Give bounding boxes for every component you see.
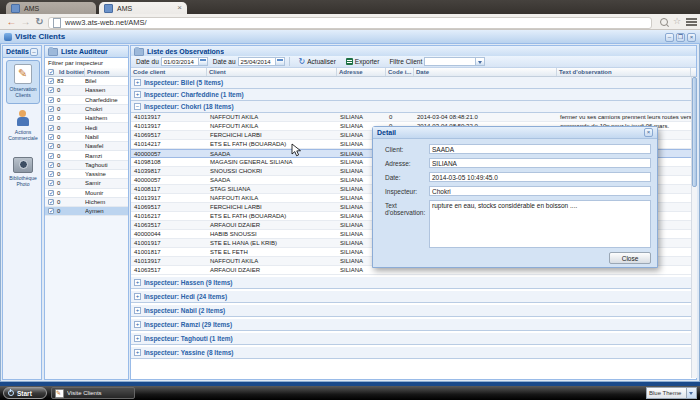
back-button[interactable]: ← <box>5 15 18 28</box>
date-to-field[interactable]: 25/04/2014 <box>238 57 276 66</box>
checkbox-icon[interactable]: ✓ <box>48 97 54 103</box>
group-header-row[interactable]: +Inspecteur: Charfeddine (1 Item) <box>131 89 691 101</box>
checkbox-icon[interactable]: ✓ <box>48 134 54 140</box>
auditor-row[interactable]: ✓0Nabil <box>45 133 128 142</box>
refresh-data-button[interactable]: ↻ Actualiser <box>296 57 339 67</box>
date-field[interactable]: 2014-03-05 10:49:45.0 <box>429 172 651 182</box>
group-header-row[interactable]: +Inspecteur: Nabil (2 Items) <box>131 305 691 317</box>
client-filter-combo[interactable] <box>424 57 476 66</box>
calendar-icon[interactable] <box>199 57 208 66</box>
dialog-titlebar[interactable]: Detail × <box>373 127 657 139</box>
group-header-row[interactable]: +Inspecteur: Hassen (9 Items) <box>131 277 691 289</box>
window-minimize-button[interactable]: – <box>665 33 674 42</box>
search-icon[interactable] <box>660 18 668 26</box>
column-header[interactable]: Client <box>207 68 337 76</box>
collapse-panel-button[interactable]: – <box>30 48 38 56</box>
column-header[interactable]: Date <box>414 68 557 76</box>
group-header-row[interactable]: +Inspecteur: Ramzi (29 Items) <box>131 319 691 331</box>
checkbox-icon[interactable]: ✓ <box>48 125 54 131</box>
auditor-row[interactable]: ✓83Bilel <box>45 77 128 86</box>
checkbox-icon[interactable]: ✓ <box>48 171 54 177</box>
group-header-row[interactable]: +Inspecteur: Yassine (8 Items) <box>131 347 691 359</box>
sidebar-item-observation-clients[interactable]: Observation Clients <box>6 60 40 104</box>
scrollbar-thumb[interactable] <box>692 77 697 187</box>
auditor-row[interactable]: ✓0Hichem <box>45 198 128 207</box>
column-header[interactable]: Code client <box>131 68 207 76</box>
expand-group-icon[interactable]: + <box>134 91 141 98</box>
collapse-group-icon[interactable]: − <box>134 103 141 110</box>
browser-tab[interactable]: AMS <box>6 2 96 14</box>
close-icon[interactable]: × <box>644 128 653 137</box>
checkbox-icon[interactable]: ✓ <box>48 115 54 121</box>
checkbox-icon[interactable]: ✓ <box>48 78 54 84</box>
checkbox-icon[interactable]: ✓ <box>48 69 54 75</box>
group-header-row[interactable]: +Inspecteur: Hedi (24 Items) <box>131 291 691 303</box>
export-button[interactable]: Exporter <box>343 57 383 66</box>
expand-group-icon[interactable]: + <box>134 79 141 86</box>
expand-group-icon[interactable]: + <box>134 307 141 314</box>
checkbox-icon[interactable]: ✓ <box>48 190 54 196</box>
column-header[interactable]: Adresse <box>337 68 386 76</box>
auditor-row[interactable]: ✓0Taghouti <box>45 161 128 170</box>
auditor-row[interactable]: ✓0Mounir <box>45 189 128 198</box>
group-header-row[interactable]: +Inspecteur: Taghouti (1 Item) <box>131 333 691 345</box>
chevron-down-icon[interactable] <box>476 57 485 66</box>
client-field[interactable]: SAADA <box>429 144 651 154</box>
sidebar-item-bibliotheque-photo[interactable]: Bibliothèque Photo <box>6 152 40 196</box>
observation-text-field[interactable]: rupture en eau, stocks considérable en b… <box>429 200 651 248</box>
expand-group-icon[interactable]: + <box>134 321 141 328</box>
group-header-row[interactable]: −Inspecteur: Chokri (18 Items) <box>131 101 691 113</box>
close-button[interactable]: Close <box>609 252 651 264</box>
auditor-row[interactable]: ✓0Yassine <box>45 170 128 179</box>
menu-icon[interactable] <box>686 18 697 20</box>
column-header[interactable]: Text d'observation <box>557 68 691 76</box>
theme-selector[interactable]: Blue Theme <box>646 387 697 399</box>
checkbox-icon[interactable]: ✓ <box>48 208 54 214</box>
address-bar[interactable]: www3.ats-web.net/AMS/ <box>48 17 652 29</box>
auditor-row[interactable]: ✓0Chokri <box>45 105 128 114</box>
taskbar-item-visite-clients[interactable]: Visite Clients <box>51 387 135 399</box>
date-from-field[interactable]: 01/03/2014 <box>161 57 199 66</box>
sidebar-item-label: Actions Commerciale <box>6 129 40 141</box>
table-row[interactable]: 41013917NAFFOUTI AKILASILIANA02014-03-04… <box>131 113 691 122</box>
auditor-row[interactable]: ✓0Hedi <box>45 123 128 132</box>
tab-close-icon[interactable]: × <box>177 4 182 12</box>
window-titlebar[interactable]: Visite Clients <box>0 30 700 44</box>
expand-group-icon[interactable]: + <box>134 279 141 286</box>
auditor-row[interactable]: ✓0Samir <box>45 179 128 188</box>
group-header-row[interactable]: +Inspecteur: Bilel (5 Items) <box>131 77 691 89</box>
expand-group-icon[interactable]: + <box>134 349 141 356</box>
theme-selector-value: Blue Theme <box>647 390 686 396</box>
checkbox-icon[interactable]: ✓ <box>48 106 54 112</box>
checkbox-icon[interactable]: ✓ <box>48 180 54 186</box>
checkbox-icon[interactable]: ✓ <box>48 87 54 93</box>
inspecteur-field[interactable]: Chokri <box>429 186 651 196</box>
expand-group-icon[interactable]: + <box>134 293 141 300</box>
vertical-scrollbar[interactable] <box>691 77 697 378</box>
sidebar-item-actions-commerciale[interactable]: Actions Commerciale <box>6 106 40 150</box>
refresh-button[interactable]: ↻ <box>33 15 46 28</box>
auditor-row[interactable]: ✓0Charfeddine <box>45 96 128 105</box>
column-header[interactable]: Id boitier <box>57 68 85 76</box>
page-icon <box>53 18 61 28</box>
browser-tab-active[interactable]: AMS × <box>99 2 187 14</box>
column-header[interactable]: Prénom <box>85 68 128 76</box>
window-restore-button[interactable]: ❐ <box>676 33 685 42</box>
auditor-row[interactable]: ✓0Nawfel <box>45 142 128 151</box>
column-header[interactable]: Code i... <box>386 68 414 76</box>
calendar-icon[interactable] <box>276 57 285 66</box>
checkbox-icon[interactable]: ✓ <box>48 143 54 149</box>
expand-group-icon[interactable]: + <box>134 335 141 342</box>
checkbox-icon[interactable]: ✓ <box>48 153 54 159</box>
start-button[interactable]: Start <box>3 387 47 399</box>
auditor-row[interactable]: ✓0Ramzi <box>45 151 128 160</box>
bookmark-star-icon[interactable]: ☆ <box>673 17 681 26</box>
checkbox-icon[interactable]: ✓ <box>48 162 54 168</box>
auditor-row[interactable]: ✓0Hassen <box>45 86 128 95</box>
adresse-field[interactable]: SILIANA <box>429 158 651 168</box>
forward-button[interactable]: → <box>19 15 32 28</box>
window-close-button[interactable]: × <box>687 33 696 42</box>
checkbox-icon[interactable]: ✓ <box>48 199 54 205</box>
auditor-row[interactable]: ✓0Haithem <box>45 114 128 123</box>
auditor-row[interactable]: ✓0Aymen <box>45 207 128 216</box>
